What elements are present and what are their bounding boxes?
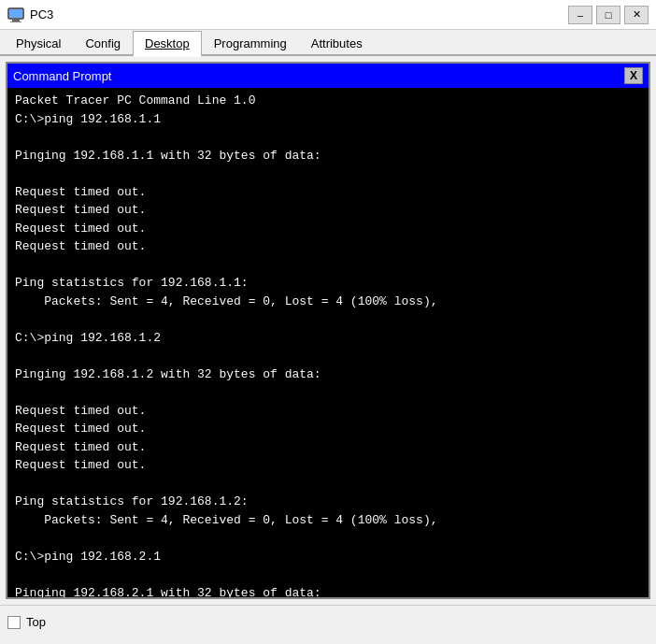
cmd-window: Command Prompt X Packet Tracer PC Comman… [6, 62, 650, 599]
tab-programming[interactable]: Programming [202, 31, 299, 57]
top-label: Top [26, 615, 46, 629]
bottom-bar: Top [0, 605, 656, 638]
maximize-button[interactable]: □ [596, 6, 620, 24]
tab-attributes[interactable]: Attributes [299, 31, 375, 57]
svg-rect-1 [12, 20, 20, 21]
cmd-close-button[interactable]: X [624, 67, 643, 84]
svg-rect-2 [10, 21, 21, 22]
tab-bar: Physical Config Desktop Programming Attr… [0, 30, 656, 56]
main-content: Command Prompt X Packet Tracer PC Comman… [0, 56, 656, 605]
top-checkbox[interactable] [7, 616, 21, 629]
title-bar: PC3 – □ ✕ [0, 0, 656, 30]
window-title: PC3 [30, 7, 53, 21]
minimize-button[interactable]: – [568, 6, 592, 24]
title-bar-left: PC3 [7, 7, 53, 23]
svg-rect-3 [9, 9, 22, 18]
tab-physical[interactable]: Physical [4, 31, 73, 57]
cmd-window-title: Command Prompt [13, 69, 111, 83]
tab-config[interactable]: Config [73, 31, 133, 57]
cmd-titlebar: Command Prompt X [7, 64, 649, 88]
terminal-output[interactable]: Packet Tracer PC Command Line 1.0 C:\>pi… [7, 88, 649, 597]
window-controls: – □ ✕ [568, 6, 649, 24]
terminal-text: Packet Tracer PC Command Line 1.0 C:\>pi… [15, 92, 641, 597]
app-icon [7, 7, 24, 23]
tab-desktop[interactable]: Desktop [133, 31, 202, 57]
close-window-button[interactable]: ✕ [624, 6, 649, 24]
